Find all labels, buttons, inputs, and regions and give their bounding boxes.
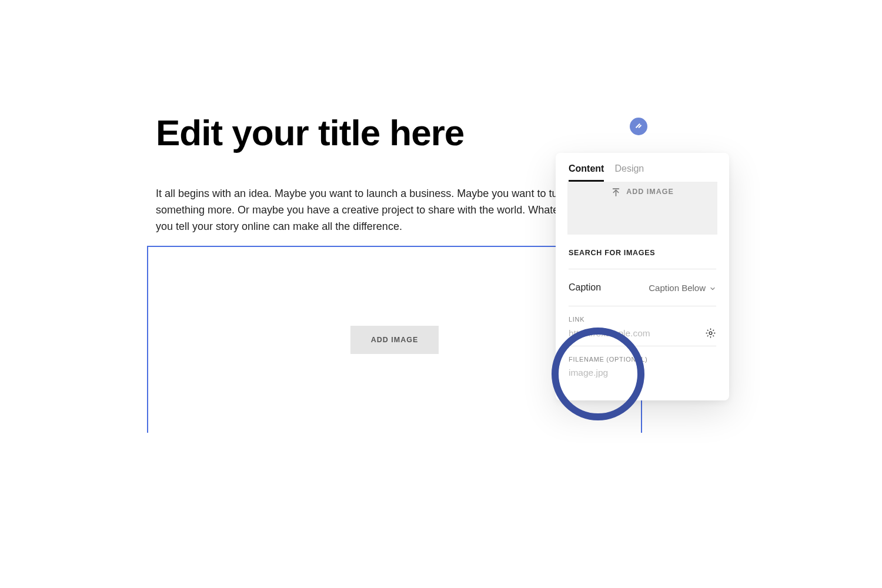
panel-tabs: Content Design bbox=[556, 153, 729, 182]
add-image-label: ADD IMAGE bbox=[626, 188, 674, 196]
caption-field-label: Caption bbox=[569, 282, 601, 293]
gear-icon[interactable] bbox=[705, 328, 716, 339]
chevron-down-icon bbox=[709, 284, 716, 291]
caption-select[interactable]: Caption Below bbox=[649, 283, 716, 293]
filename-field-label: FILENAME (OPTIONAL) bbox=[569, 356, 716, 363]
page-title[interactable]: Edit your title here bbox=[156, 112, 882, 153]
add-image-button[interactable]: ADD IMAGE bbox=[350, 326, 439, 354]
image-editor-panel: Content Design ADD IMAGE SEARCH FOR IMAG… bbox=[556, 153, 729, 400]
tab-design[interactable]: Design bbox=[614, 163, 644, 182]
caption-select-value: Caption Below bbox=[649, 283, 706, 293]
svg-point-2 bbox=[709, 332, 712, 335]
search-for-images-button[interactable]: SEARCH FOR IMAGES bbox=[569, 235, 716, 269]
link-input[interactable] bbox=[569, 328, 705, 339]
squarespace-logo-icon bbox=[630, 118, 647, 135]
upload-icon bbox=[611, 188, 621, 198]
link-field-label: LINK bbox=[569, 316, 716, 323]
add-image-dropzone[interactable]: ADD IMAGE bbox=[567, 182, 717, 235]
filename-input[interactable] bbox=[569, 368, 716, 378]
tab-content[interactable]: Content bbox=[569, 163, 604, 182]
